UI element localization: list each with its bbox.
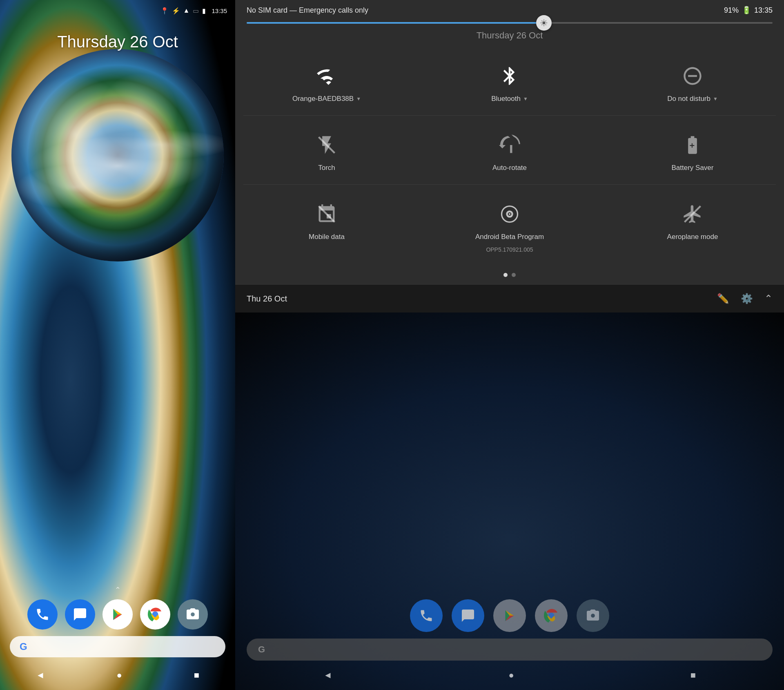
left-panel: 📍 ⚡ ▲ ▭ ▮ 13:35 Thursday 26 Oct ⌃ (0, 0, 235, 690)
bottom-camera-icon (577, 599, 609, 632)
wifi-tile-label: Orange-BAEDB38B ▼ (292, 95, 361, 103)
bluetooth-icon: ⚡ (172, 7, 180, 15)
bottom-messages-icon (452, 599, 484, 632)
dnd-chevron-icon: ▼ (713, 96, 718, 102)
wifi-tile-icon-wrap (313, 62, 341, 90)
androidbeta-tile-icon-wrap (496, 200, 523, 228)
earth-sphere (11, 49, 224, 261)
bottom-phone-icon (410, 599, 443, 632)
qs-date: Thursday 26 Oct (235, 30, 784, 47)
qs-status-bar: No SIM card — Emergency calls only 91% 🔋… (235, 0, 784, 19)
qs-battery-icon: 🔋 (742, 6, 751, 15)
dnd-tile-icon-wrap (679, 62, 706, 90)
bottom-chrome-icon (535, 599, 568, 632)
location-icon: 📍 (160, 7, 169, 15)
mobiledata-tile-icon (316, 203, 337, 225)
mobiledata-tile-icon-wrap (313, 200, 341, 228)
bluetooth-tile-icon-wrap (496, 62, 523, 90)
left-nav-bar: ◄ ● ■ (0, 661, 235, 690)
brightness-slider[interactable] (247, 22, 773, 24)
camera-app-icon[interactable] (178, 599, 208, 630)
torch-tile-icon-wrap (313, 131, 341, 159)
batterysaver-tile-icon-wrap (679, 131, 706, 159)
notification-bar: Thu 26 Oct ✏️ ⚙️ ⌃ (235, 284, 784, 313)
collapse-icon[interactable]: ⌃ (764, 293, 773, 304)
torch-tile-label: Torch (318, 164, 335, 172)
earth-clouds (11, 49, 224, 261)
tile-mobiledata[interactable]: Mobile data (235, 189, 418, 261)
messages-app-icon[interactable] (65, 599, 95, 630)
phone-app-icon[interactable] (27, 599, 58, 630)
recent-apps-button[interactable]: ■ (182, 666, 212, 685)
bottom-home: G ◄ ● ■ (235, 313, 784, 690)
bottom-home-button[interactable]: ● (497, 666, 526, 685)
left-time: 13:35 (212, 7, 227, 14)
bottom-dock-icons (235, 599, 784, 632)
tile-batterysaver[interactable]: Battery Saver (601, 120, 784, 180)
batterysaver-tile-label: Battery Saver (672, 164, 714, 172)
no-sim-text: No SIM card — Emergency calls only (247, 6, 368, 15)
left-status-icons: 📍 ⚡ ▲ ▭ ▮ 13:35 (160, 7, 227, 15)
bottom-search-bar: G (247, 639, 773, 661)
qs-time: 13:35 (754, 6, 773, 15)
bottom-dock: G (235, 599, 784, 661)
home-button[interactable]: ● (105, 666, 134, 685)
pagination-dot-2[interactable] (512, 273, 516, 277)
search-bar[interactable]: G (10, 636, 225, 657)
wifi-icon: ▲ (183, 7, 190, 14)
bluetooth-tile-icon (499, 65, 520, 87)
wifi-tile-icon (316, 65, 337, 87)
dnd-tile-label: Do not disturb ▼ (667, 95, 718, 103)
bottom-back-button[interactable]: ◄ (311, 666, 345, 685)
app-drawer-hint[interactable]: ⌃ (0, 585, 235, 594)
aeroplane-tile-icon-wrap (679, 200, 706, 228)
tile-autorotate[interactable]: Auto-rotate (418, 120, 601, 180)
notif-date: Thu 26 Oct (247, 294, 287, 304)
notif-actions: ✏️ ⚙️ ⌃ (717, 293, 773, 304)
tile-wifi[interactable]: Orange-BAEDB38B ▼ (235, 51, 418, 111)
left-status-bar: 📍 ⚡ ▲ ▭ ▮ 13:35 (0, 0, 235, 21)
dock-area: ⌃ (0, 585, 235, 657)
edit-icon[interactable]: ✏️ (717, 293, 729, 304)
pagination-dots (235, 266, 784, 284)
brightness-row (235, 19, 784, 30)
left-date: Thursday 26 Oct (0, 33, 235, 51)
google-logo: G (20, 641, 27, 652)
tile-dnd[interactable]: Do not disturb ▼ (601, 51, 784, 111)
quick-tiles-row1: Orange-BAEDB38B ▼ Bluetooth ▼ (235, 47, 784, 115)
play-store-app-icon[interactable] (102, 599, 133, 630)
chrome-app-icon[interactable] (140, 599, 170, 630)
settings-icon[interactable]: ⚙️ (741, 293, 753, 304)
androidbeta-tile-icon (499, 203, 520, 225)
autorotate-tile-label: Auto-rotate (492, 164, 527, 172)
battery-icon: ▮ (202, 7, 206, 15)
back-button[interactable]: ◄ (24, 666, 57, 685)
qs-battery-percent: 91% (724, 6, 739, 15)
bottom-google-logo: G (258, 644, 265, 655)
dock-icons (0, 599, 235, 630)
bottom-play-icon (493, 599, 526, 632)
bluetooth-tile-label: Bluetooth ▼ (491, 95, 528, 103)
tile-aeroplane[interactable]: Aeroplane mode (601, 189, 784, 261)
tile-torch[interactable]: Torch (235, 120, 418, 180)
mobiledata-tile-label: Mobile data (309, 233, 345, 241)
aeroplane-tile-label: Aeroplane mode (667, 233, 718, 241)
quick-tiles-row3: Mobile data Android Beta Program OPP5.17… (235, 185, 784, 266)
tile-bluetooth[interactable]: Bluetooth ▼ (418, 51, 601, 111)
autorotate-tile-icon (499, 134, 520, 156)
batterysaver-tile-icon (682, 134, 703, 156)
bluetooth-chevron-icon: ▼ (523, 96, 528, 102)
quick-settings-top: No SIM card — Emergency calls only 91% 🔋… (235, 0, 784, 284)
androidbeta-tile-sublabel: OPP5.170921.005 (486, 246, 533, 253)
tile-androidbeta[interactable]: Android Beta Program OPP5.170921.005 (418, 189, 601, 261)
quick-tiles-row2: Torch Auto-rotate (235, 116, 784, 184)
aeroplane-tile-icon (682, 203, 703, 225)
brightness-thumb[interactable] (536, 15, 552, 31)
bottom-recent-button[interactable]: ■ (678, 666, 708, 685)
pagination-dot-1[interactable] (503, 273, 508, 277)
bottom-nav-bar: ◄ ● ■ (235, 661, 784, 690)
drawer-arrow-icon: ⌃ (115, 586, 121, 594)
wifi-chevron-icon: ▼ (356, 96, 361, 102)
sim-off-icon: ▭ (193, 7, 199, 15)
androidbeta-tile-label: Android Beta Program (475, 233, 544, 241)
